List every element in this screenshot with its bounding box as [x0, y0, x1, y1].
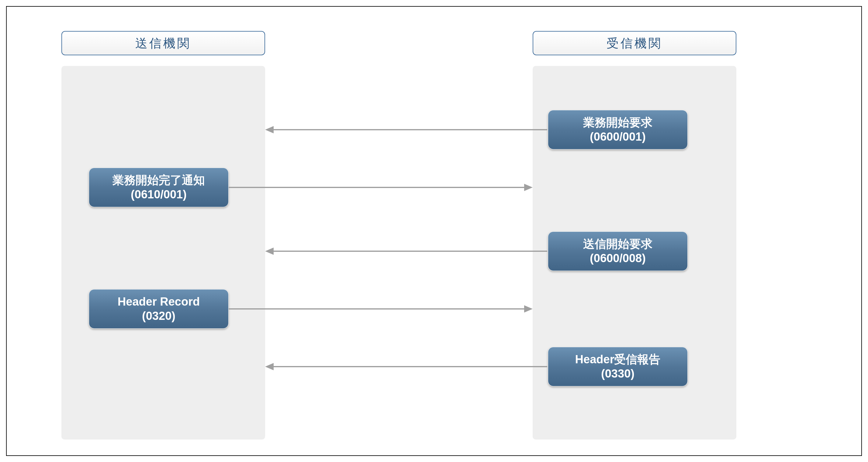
- arrow-m3: [274, 251, 547, 252]
- left-lane-header: 送信機関: [61, 31, 265, 55]
- arrow-m4: [229, 308, 524, 309]
- msg-box-header-record: Header Record (0320): [89, 289, 229, 329]
- msg3-line2: (0600/008): [590, 251, 646, 266]
- left-lane-body: [61, 66, 265, 439]
- msg3-line1: 送信開始要求: [583, 237, 652, 252]
- msg1-line2: (0600/001): [590, 130, 646, 144]
- msg-box-business-start-complete: 業務開始完了通知 (0610/001): [89, 168, 229, 207]
- arrow-head-m4: [524, 305, 533, 312]
- right-lane-title: 受信機関: [607, 35, 662, 52]
- diagram-frame: 送信機関 受信機関 業務開始要求 (0600/001) 業務開始完了通知 (06…: [6, 6, 862, 456]
- msg-box-header-receive-report: Header受信報告 (0330): [548, 347, 688, 386]
- arrow-m2: [229, 187, 524, 188]
- right-lane-header: 受信機関: [533, 31, 736, 55]
- msg1-line1: 業務開始要求: [583, 116, 652, 130]
- msg4-line2: (0320): [142, 309, 176, 324]
- left-lane-title: 送信機関: [135, 35, 191, 52]
- arrow-head-m1: [265, 126, 274, 133]
- arrow-head-m2: [524, 184, 533, 191]
- msg2-line2: (0610/001): [131, 188, 187, 202]
- arrow-m5: [274, 366, 547, 367]
- msg5-line1: Header受信報告: [575, 352, 661, 367]
- arrow-head-m5: [265, 363, 274, 370]
- msg2-line1: 業務開始完了通知: [113, 173, 205, 188]
- msg5-line2: (0330): [601, 367, 634, 381]
- arrow-head-m3: [265, 248, 274, 255]
- msg-box-business-start-request: 業務開始要求 (0600/001): [548, 110, 688, 150]
- msg-box-send-start-request: 送信開始要求 (0600/008): [548, 231, 688, 271]
- arrow-m1: [274, 129, 547, 130]
- msg4-line1: Header Record: [118, 295, 200, 309]
